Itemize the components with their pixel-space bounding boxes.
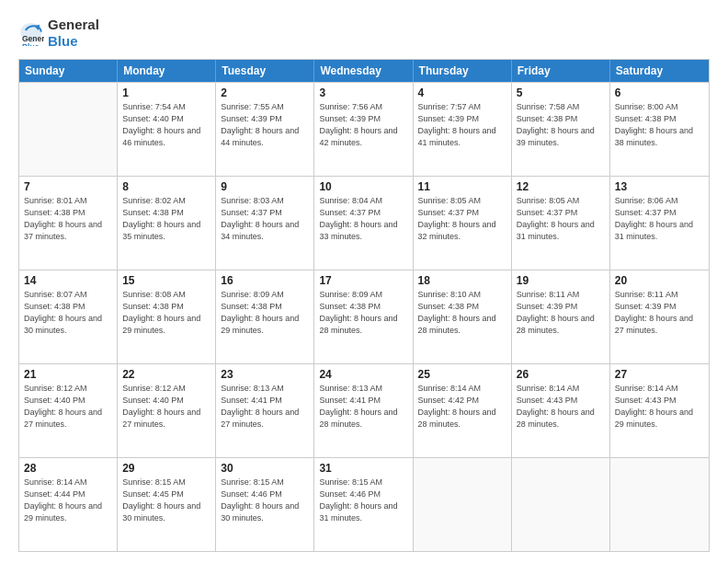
calendar-body: 1Sunrise: 7:54 AMSunset: 4:40 PMDaylight… [19, 82, 709, 551]
cell-info: Sunrise: 7:58 AMSunset: 4:38 PMDaylight:… [517, 102, 595, 146]
calendar-row-1: 1Sunrise: 7:54 AMSunset: 4:40 PMDaylight… [19, 82, 709, 176]
calendar-cell: 1Sunrise: 7:54 AMSunset: 4:40 PMDaylight… [118, 83, 216, 176]
day-number: 25 [418, 367, 506, 382]
calendar-cell: 10Sunrise: 8:04 AMSunset: 4:37 PMDayligh… [314, 177, 413, 270]
calendar-cell: 30Sunrise: 8:15 AMSunset: 4:46 PMDayligh… [216, 458, 314, 551]
day-number: 8 [122, 179, 210, 194]
cell-info: Sunrise: 8:15 AMSunset: 4:46 PMDaylight:… [221, 477, 299, 522]
day-number: 24 [319, 367, 407, 382]
calendar-cell: 23Sunrise: 8:13 AMSunset: 4:41 PMDayligh… [216, 364, 314, 457]
day-number: 2 [221, 86, 309, 100]
logo-icon: General Blue [18, 20, 44, 46]
day-number: 5 [517, 86, 605, 100]
calendar-cell [19, 83, 118, 176]
day-number: 30 [221, 461, 309, 476]
cell-info: Sunrise: 8:12 AMSunset: 4:40 PMDaylight:… [122, 384, 200, 428]
calendar-cell: 12Sunrise: 8:05 AMSunset: 4:37 PMDayligh… [512, 177, 610, 270]
calendar-cell: 24Sunrise: 8:13 AMSunset: 4:41 PMDayligh… [314, 364, 413, 457]
calendar-cell: 6Sunrise: 8:00 AMSunset: 4:38 PMDaylight… [610, 83, 709, 176]
day-number: 18 [418, 273, 506, 288]
cell-info: Sunrise: 8:03 AMSunset: 4:37 PMDaylight:… [221, 196, 299, 240]
calendar-cell: 7Sunrise: 8:01 AMSunset: 4:38 PMDaylight… [19, 177, 118, 270]
cell-info: Sunrise: 8:14 AMSunset: 4:44 PMDaylight:… [24, 477, 102, 522]
calendar-header: SundayMondayTuesdayWednesdayThursdayFrid… [19, 60, 709, 82]
day-number: 13 [615, 179, 704, 194]
calendar-cell: 22Sunrise: 8:12 AMSunset: 4:40 PMDayligh… [118, 364, 216, 457]
day-number: 3 [319, 86, 407, 100]
calendar-cell: 28Sunrise: 8:14 AMSunset: 4:44 PMDayligh… [19, 458, 118, 551]
day-header-sunday: Sunday [19, 60, 118, 82]
day-number: 6 [615, 86, 704, 100]
day-number: 22 [122, 367, 210, 382]
day-number: 4 [418, 86, 506, 100]
calendar-cell: 16Sunrise: 8:09 AMSunset: 4:38 PMDayligh… [216, 270, 314, 363]
svg-text:Blue: Blue [22, 42, 40, 46]
day-number: 31 [319, 461, 407, 476]
cell-info: Sunrise: 8:11 AMSunset: 4:39 PMDaylight:… [517, 290, 595, 334]
calendar-cell: 3Sunrise: 7:56 AMSunset: 4:39 PMDaylight… [314, 83, 413, 176]
cell-info: Sunrise: 8:06 AMSunset: 4:37 PMDaylight:… [615, 196, 693, 240]
calendar-cell: 8Sunrise: 8:02 AMSunset: 4:38 PMDaylight… [118, 177, 216, 270]
day-number: 7 [24, 179, 112, 194]
calendar-row-5: 28Sunrise: 8:14 AMSunset: 4:44 PMDayligh… [19, 457, 709, 551]
cell-info: Sunrise: 7:55 AMSunset: 4:39 PMDaylight:… [221, 102, 299, 146]
cell-info: Sunrise: 8:05 AMSunset: 4:37 PMDaylight:… [517, 196, 595, 240]
cell-info: Sunrise: 8:11 AMSunset: 4:39 PMDaylight:… [615, 290, 693, 334]
cell-info: Sunrise: 8:09 AMSunset: 4:38 PMDaylight:… [319, 290, 397, 334]
day-header-wednesday: Wednesday [314, 60, 413, 82]
calendar-cell: 9Sunrise: 8:03 AMSunset: 4:37 PMDaylight… [216, 177, 314, 270]
cell-info: Sunrise: 8:13 AMSunset: 4:41 PMDaylight:… [221, 384, 299, 428]
calendar-cell: 26Sunrise: 8:14 AMSunset: 4:43 PMDayligh… [512, 364, 610, 457]
cell-info: Sunrise: 8:12 AMSunset: 4:40 PMDaylight:… [24, 384, 102, 428]
calendar-cell [512, 458, 610, 551]
day-number: 23 [221, 367, 309, 382]
logo-text: General Blue [48, 17, 99, 50]
cell-info: Sunrise: 8:14 AMSunset: 4:42 PMDaylight:… [418, 384, 496, 428]
calendar-cell: 25Sunrise: 8:14 AMSunset: 4:42 PMDayligh… [414, 364, 512, 457]
cell-info: Sunrise: 8:02 AMSunset: 4:38 PMDaylight:… [122, 196, 200, 240]
calendar-cell: 15Sunrise: 8:08 AMSunset: 4:38 PMDayligh… [118, 270, 216, 363]
day-number: 17 [319, 273, 407, 288]
cell-info: Sunrise: 8:15 AMSunset: 4:45 PMDaylight:… [122, 477, 200, 522]
calendar-cell: 20Sunrise: 8:11 AMSunset: 4:39 PMDayligh… [610, 270, 709, 363]
calendar-cell: 27Sunrise: 8:14 AMSunset: 4:43 PMDayligh… [610, 364, 709, 457]
day-number: 16 [221, 273, 309, 288]
cell-info: Sunrise: 7:56 AMSunset: 4:39 PMDaylight:… [319, 102, 397, 146]
cell-info: Sunrise: 7:57 AMSunset: 4:39 PMDaylight:… [418, 102, 496, 146]
calendar: SundayMondayTuesdayWednesdayThursdayFrid… [18, 59, 710, 552]
calendar-cell: 18Sunrise: 8:10 AMSunset: 4:38 PMDayligh… [414, 270, 512, 363]
cell-info: Sunrise: 8:10 AMSunset: 4:38 PMDaylight:… [418, 290, 496, 334]
day-number: 9 [221, 179, 309, 194]
calendar-cell: 19Sunrise: 8:11 AMSunset: 4:39 PMDayligh… [512, 270, 610, 363]
cell-info: Sunrise: 8:04 AMSunset: 4:37 PMDaylight:… [319, 196, 397, 240]
day-header-friday: Friday [512, 60, 610, 82]
calendar-cell: 14Sunrise: 8:07 AMSunset: 4:38 PMDayligh… [19, 270, 118, 363]
calendar-row-3: 14Sunrise: 8:07 AMSunset: 4:38 PMDayligh… [19, 270, 709, 363]
cell-info: Sunrise: 8:15 AMSunset: 4:46 PMDaylight:… [319, 477, 397, 522]
day-number: 12 [517, 179, 605, 194]
calendar-cell [414, 458, 512, 551]
day-number: 1 [122, 86, 210, 100]
header: General Blue General Blue [18, 17, 710, 50]
calendar-cell: 13Sunrise: 8:06 AMSunset: 4:37 PMDayligh… [610, 177, 709, 270]
day-number: 19 [517, 273, 605, 288]
page: General Blue General Blue SundayMondayTu… [0, 0, 728, 563]
calendar-cell: 11Sunrise: 8:05 AMSunset: 4:37 PMDayligh… [414, 177, 512, 270]
cell-info: Sunrise: 8:00 AMSunset: 4:38 PMDaylight:… [615, 102, 693, 146]
day-header-thursday: Thursday [414, 60, 512, 82]
day-number: 27 [615, 367, 704, 382]
calendar-cell: 29Sunrise: 8:15 AMSunset: 4:45 PMDayligh… [118, 458, 216, 551]
cell-info: Sunrise: 8:07 AMSunset: 4:38 PMDaylight:… [24, 290, 102, 334]
cell-info: Sunrise: 8:01 AMSunset: 4:38 PMDaylight:… [24, 196, 102, 240]
day-number: 21 [24, 367, 112, 382]
day-header-saturday: Saturday [610, 60, 709, 82]
day-number: 28 [24, 461, 112, 476]
day-number: 26 [517, 367, 605, 382]
calendar-cell: 5Sunrise: 7:58 AMSunset: 4:38 PMDaylight… [512, 83, 610, 176]
calendar-cell: 17Sunrise: 8:09 AMSunset: 4:38 PMDayligh… [314, 270, 413, 363]
cell-info: Sunrise: 8:14 AMSunset: 4:43 PMDaylight:… [615, 384, 693, 428]
day-number: 14 [24, 273, 112, 288]
cell-info: Sunrise: 8:09 AMSunset: 4:38 PMDaylight:… [221, 290, 299, 334]
calendar-cell [610, 458, 709, 551]
cell-info: Sunrise: 8:05 AMSunset: 4:37 PMDaylight:… [418, 196, 496, 240]
